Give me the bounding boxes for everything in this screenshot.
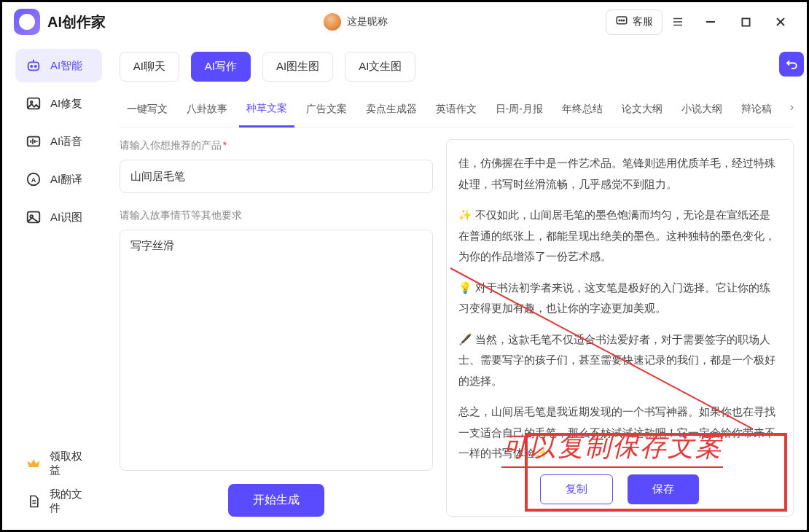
output-paragraph: ✨ 不仅如此，山间居毛笔的墨色饱满而均匀，无论是在宣纸还是在普通的纸张上，都能呈…: [458, 205, 775, 267]
subtab-english[interactable]: 英语作文: [429, 95, 484, 126]
svg-text:A: A: [31, 176, 36, 184]
sidebar-item-label: AI智能: [50, 59, 82, 73]
subtab-onekey[interactable]: 一键写文: [120, 95, 175, 126]
subtabs: 一键写文 八卦故事 种草文案 广告文案 卖点生成器 英语作文 日-周-月报 年终…: [120, 95, 794, 128]
generate-button[interactable]: 开始生成: [228, 484, 324, 517]
sidebar-item-label: AI识图: [50, 211, 82, 224]
chevron-right-icon[interactable]: ›: [790, 101, 794, 114]
chat-bubble-icon: [615, 15, 628, 30]
product-input[interactable]: [120, 160, 433, 193]
extra-textarea[interactable]: [120, 230, 433, 471]
output-text[interactable]: 佳，仿佛握在手中是一件艺术品。笔锋则选用优质羊毛，经过特殊处理，书写时丝滑流畅，…: [458, 153, 781, 463]
voice-icon: [26, 133, 42, 149]
output-paragraph: 🖋️ 当然，这款毛笔不仅适合书法爱好者，对于需要签字的职场人士、需要写字的孩子们…: [458, 329, 775, 392]
sidebar-item-ai-ocr[interactable]: AI识图: [15, 200, 102, 234]
robot-icon: [26, 58, 42, 74]
tab-ai-write[interactable]: AI写作: [191, 52, 251, 82]
output-paragraph: 💡 对于书法初学者来说，这支笔是极好的入门选择。它让你的练习变得更加有趣，也让你…: [458, 278, 775, 319]
sidebar-item-my-files[interactable]: 我的文件: [15, 485, 102, 518]
svg-point-12: [31, 66, 32, 67]
output-panel: 佳，仿佛握在手中是一件艺术品。笔锋则选用优质羊毛，经过特殊处理，书写时丝滑流畅，…: [446, 139, 794, 517]
svg-point-13: [35, 66, 36, 67]
app-title: AI创作家: [47, 12, 106, 32]
save-button[interactable]: 保存: [628, 474, 699, 504]
app-logo-icon: [14, 9, 40, 35]
sidebar-item-label: 我的文件: [50, 488, 92, 515]
subtab-thesis[interactable]: 论文大纲: [614, 95, 670, 126]
sidebar-item-label: 领取权益: [50, 450, 92, 477]
subtab-novel[interactable]: 小说大纲: [674, 95, 730, 126]
minimize-button[interactable]: [696, 7, 725, 36]
support-button[interactable]: 客服: [606, 9, 663, 35]
tab-ai-chat[interactable]: AI聊天: [120, 52, 179, 82]
maximize-button[interactable]: [731, 7, 760, 36]
sidebar: AI智能 AI修复 AI语音 A AI翻译: [2, 42, 115, 530]
output-paragraph: 佳，仿佛握在手中是一件艺术品。笔锋则选用优质羊毛，经过特殊处理，书写时丝滑流畅，…: [458, 153, 775, 195]
subtab-selling[interactable]: 卖点生成器: [359, 95, 424, 126]
subtab-seeding[interactable]: 种草文案: [239, 95, 294, 128]
sidebar-item-label: AI修复: [50, 97, 82, 111]
sidebar-item-ai-voice[interactable]: AI语音: [15, 125, 102, 158]
svg-point-16: [31, 101, 33, 103]
menu-button[interactable]: [665, 9, 690, 34]
subtab-gossip[interactable]: 八卦故事: [179, 95, 235, 126]
crown-icon: [26, 455, 41, 472]
tab-ai-txt2img[interactable]: AI文生图: [345, 52, 415, 82]
tab-ai-img2img[interactable]: AI图生图: [262, 52, 333, 82]
close-button[interactable]: [766, 7, 795, 36]
subtab-ad[interactable]: 广告文案: [299, 95, 354, 126]
svg-point-3: [623, 20, 625, 21]
svg-point-1: [619, 20, 620, 21]
image-icon: [26, 95, 42, 112]
avatar[interactable]: [324, 13, 341, 31]
subtab-report[interactable]: 日-周-月报: [488, 95, 550, 126]
sidebar-item-rewards[interactable]: 领取权益: [15, 447, 102, 480]
extra-field-label: 请输入故事情节等其他要求: [120, 209, 433, 222]
copy-button[interactable]: 复制: [540, 474, 613, 504]
main-panel: AI聊天 AI写作 AI图生图 AI文生图 一键写文 八卦故事 种草文案 广告文…: [115, 42, 807, 530]
subtab-year-summary[interactable]: 年终总结: [555, 95, 610, 126]
svg-rect-8: [742, 18, 749, 26]
svg-point-2: [621, 20, 622, 21]
sidebar-item-ai-translate[interactable]: A AI翻译: [15, 163, 102, 196]
file-icon: [26, 493, 41, 509]
svg-rect-11: [28, 62, 39, 70]
input-panel: 请输入你想推荐的产品* 请输入故事情节等其他要求 开始生成: [120, 139, 433, 517]
sidebar-item-label: AI语音: [50, 135, 82, 149]
sidebar-item-ai-smart[interactable]: AI智能: [15, 49, 102, 82]
output-paragraph: 总之，山间居毛笔是我近期发现的一个书写神器。如果你也在寻找一支适合自己的毛笔，那…: [458, 402, 775, 463]
sidebar-item-ai-repair[interactable]: AI修复: [15, 87, 102, 120]
translate-icon: A: [26, 171, 42, 187]
support-label: 客服: [633, 15, 653, 28]
nickname-label: 这是昵称: [347, 15, 388, 28]
mode-tabs: AI聊天 AI写作 AI图生图 AI文生图: [120, 52, 794, 82]
titlebar: AI创作家 这是昵称 客服: [2, 2, 807, 42]
product-field-label: 请输入你想推荐的产品*: [120, 139, 433, 152]
back-button[interactable]: [779, 52, 804, 77]
sidebar-item-label: AI翻译: [50, 173, 82, 187]
scan-icon: [26, 209, 42, 225]
subtab-debate[interactable]: 辩论稿: [734, 95, 779, 126]
